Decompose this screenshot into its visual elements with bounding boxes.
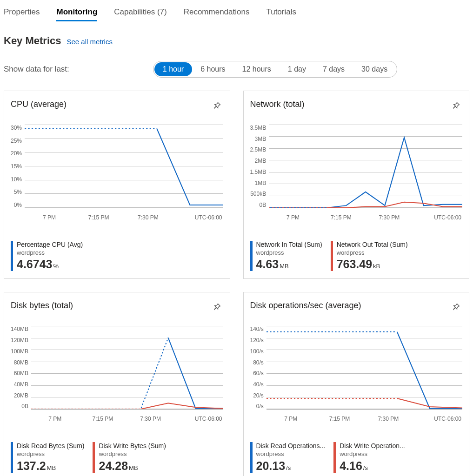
x-tick: 7:15 PM <box>315 416 364 422</box>
y-tick: 2MB <box>255 158 266 164</box>
chart-area[interactable]: 30%25%20%15%10%5%0%7 PM7:15 PM7:30 PMUTC… <box>11 125 223 222</box>
card-title: Disk operations/sec (average) <box>250 301 361 311</box>
tab-capabilities[interactable]: Capabilities (7) <box>114 6 167 21</box>
metric-label: Disk Read Bytes (Sum) <box>17 442 84 450</box>
metric-sublabel: wordpress <box>17 450 84 458</box>
metric-unit: /s <box>363 464 368 471</box>
metric-sublabel: wordpress <box>337 249 408 257</box>
y-tick: 120MB <box>11 337 28 344</box>
time-range-label: Show data for last: <box>4 65 69 74</box>
metric-label: Network Out Total (Sum) <box>337 241 408 249</box>
pin-icon[interactable] <box>449 99 462 112</box>
metrics-summary: Percentage CPU (Avg)wordpress4.6743% <box>11 241 223 271</box>
metric-value: 763.49kB <box>337 258 408 271</box>
metric-sublabel: wordpress <box>256 249 322 257</box>
metrics-summary: Disk Read Operations...wordpress20.13/sD… <box>250 442 463 472</box>
x-tick: 7:30 PM <box>365 214 413 221</box>
y-tick: 0% <box>14 202 22 208</box>
time-opt-12hours[interactable]: 12 hours <box>234 62 280 76</box>
tab-recommendations[interactable]: Recommendations <box>184 6 250 21</box>
x-tick: 7 PM <box>31 416 79 422</box>
y-tick: 5% <box>14 189 22 195</box>
x-tick: 7:30 PM <box>123 214 173 221</box>
x-tick: 7 PM <box>266 416 315 422</box>
y-tick: 1.5MB <box>250 169 266 175</box>
metric-card-cpu: CPU (average)30%25%20%15%10%5%0%7 PM7:15… <box>4 91 230 279</box>
metrics-summary: Disk Read Bytes (Sum)wordpress137.2MBDis… <box>11 442 223 472</box>
tab-bar: Properties Monitoring Capabilities (7) R… <box>4 0 469 22</box>
y-tick: 120/s <box>250 337 264 344</box>
pin-icon[interactable] <box>210 99 223 112</box>
chart-area[interactable]: 3.5MB3MB2.5MB2MB1.5MB1MB500kB0B7 PM7:15 … <box>250 125 463 222</box>
card-title: Disk bytes (total) <box>11 301 73 311</box>
metric-value: 4.63MB <box>256 258 322 271</box>
y-tick: 3.5MB <box>250 125 266 131</box>
metric-color-bar <box>11 442 13 472</box>
time-range-pill: 1 hour 6 hours 12 hours 1 day 7 days 30 … <box>153 61 397 78</box>
y-tick: 80MB <box>14 359 28 366</box>
y-tick: 140MB <box>11 326 28 332</box>
metric-item: Disk Write Operation...wordpress4.16/s <box>333 442 405 472</box>
x-tick: UTC-06:00 <box>173 214 223 221</box>
y-tick: 10% <box>11 176 22 183</box>
x-tick: 7:15 PM <box>79 416 127 422</box>
x-tick: 7:15 PM <box>317 214 365 221</box>
metric-label: Disk Read Operations... <box>256 442 326 450</box>
metric-item: Disk Write Bytes (Sum)wordpress24.28MB <box>93 442 166 472</box>
metric-unit: % <box>53 263 59 270</box>
metric-item: Disk Read Bytes (Sum)wordpress137.2MB <box>11 442 84 472</box>
metric-value: 4.6743% <box>17 258 83 271</box>
metric-card-disk_ops: Disk operations/sec (average)140/s120/s1… <box>243 292 470 476</box>
see-all-metrics-link[interactable]: See all metrics <box>67 38 113 46</box>
metric-item: Network In Total (Sum)wordpress4.63MB <box>250 241 322 271</box>
y-tick: 20% <box>11 150 22 157</box>
metric-item: Network Out Total (Sum)wordpress763.49kB <box>331 241 408 271</box>
x-tick: UTC-06:00 <box>174 416 223 422</box>
y-tick: 40MB <box>14 381 28 388</box>
pin-icon[interactable] <box>449 301 462 314</box>
metric-unit: MB <box>280 263 289 270</box>
chart-area[interactable]: 140/s120/s100/s80/s60/s40/s20/s0/s7 PM7:… <box>250 326 463 423</box>
y-tick: 60MB <box>14 370 28 377</box>
x-axis: 7 PM7:15 PM7:30 PMUTC-06:00 <box>31 416 223 422</box>
metric-unit: MB <box>47 464 56 471</box>
tab-properties[interactable]: Properties <box>4 6 40 21</box>
y-axis: 30%25%20%15%10%5%0% <box>11 125 25 208</box>
x-tick: UTC-06:00 <box>413 214 462 221</box>
tab-monitoring[interactable]: Monitoring <box>56 6 97 21</box>
metric-color-bar <box>11 241 13 271</box>
tab-tutorials[interactable]: Tutorials <box>266 6 296 21</box>
y-tick: 0B <box>260 202 266 208</box>
metric-color-bar <box>250 241 253 271</box>
metric-unit: MB <box>129 464 138 471</box>
metric-sublabel: wordpress <box>340 450 405 458</box>
time-opt-6hours[interactable]: 6 hours <box>192 62 233 76</box>
y-tick: 20MB <box>14 392 28 399</box>
x-tick: 7:15 PM <box>74 214 123 221</box>
metric-unit: /s <box>286 464 291 471</box>
y-tick: 3MB <box>255 136 266 142</box>
metrics-summary: Network In Total (Sum)wordpress4.63MBNet… <box>250 241 463 271</box>
metric-label: Disk Write Bytes (Sum) <box>99 442 166 450</box>
x-tick: 7 PM <box>269 214 317 221</box>
plot: 7 PM7:15 PM7:30 PMUTC-06:00 <box>266 326 462 410</box>
y-axis: 3.5MB3MB2.5MB2MB1.5MB1MB500kB0B <box>250 125 269 208</box>
y-tick: 1MB <box>255 180 266 186</box>
time-opt-1day[interactable]: 1 day <box>280 62 314 76</box>
y-tick: 100MB <box>11 348 28 355</box>
plot: 7 PM7:15 PM7:30 PMUTC-06:00 <box>25 125 223 208</box>
metric-unit: kB <box>373 263 380 270</box>
pin-icon[interactable] <box>210 301 223 314</box>
metric-label: Disk Write Operation... <box>340 442 405 450</box>
y-tick: 25% <box>11 138 22 144</box>
time-opt-30days[interactable]: 30 days <box>353 62 396 76</box>
page-title: Key Metrics <box>4 35 61 47</box>
time-opt-1hour[interactable]: 1 hour <box>154 62 192 76</box>
y-tick: 100/s <box>250 348 264 355</box>
y-axis: 140/s120/s100/s80/s60/s40/s20/s0/s <box>250 326 266 410</box>
y-tick: 140/s <box>250 326 264 332</box>
time-opt-7days[interactable]: 7 days <box>314 62 353 76</box>
card-title: CPU (average) <box>11 99 67 109</box>
metric-item: Percentage CPU (Avg)wordpress4.6743% <box>11 241 83 271</box>
chart-area[interactable]: 140MB120MB100MB80MB60MB40MB20MB0B7 PM7:1… <box>11 326 223 423</box>
